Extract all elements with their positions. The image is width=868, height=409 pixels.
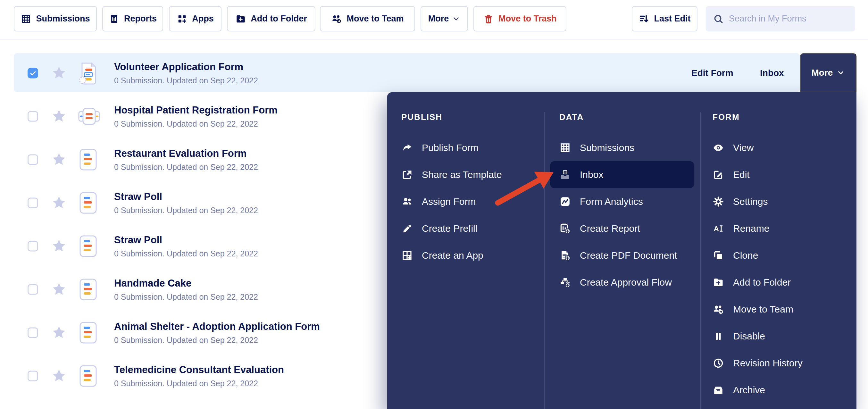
menu-item-create-pdf-document[interactable]: Create PDF Document xyxy=(559,242,677,269)
form-title[interactable]: Straw Poll xyxy=(114,191,258,202)
form-row-text: Animal Shelter - Adoption Application Fo… xyxy=(114,321,320,345)
menu-item-label: Create Approval Flow xyxy=(580,277,672,288)
add-to-folder-button[interactable]: Add to Folder xyxy=(227,6,315,31)
chevron-down-icon xyxy=(452,15,460,23)
row-checkbox[interactable] xyxy=(28,284,38,295)
form-document-esign-icon xyxy=(80,62,98,85)
last-edit-sort-button[interactable]: Last Edit xyxy=(632,6,698,31)
menu-item-archive[interactable]: Archive xyxy=(713,377,765,404)
menu-item-publish-form[interactable]: Publish Form xyxy=(401,134,478,161)
edit-form-link[interactable]: Edit Form xyxy=(691,68,733,78)
toolbar-more-button[interactable]: More xyxy=(421,6,468,31)
move-to-team-button-label: Move to Team xyxy=(346,14,404,24)
my-forms-page: { "toolbar": { "buttons": [ { "label": "… xyxy=(0,0,868,409)
table-grid-icon xyxy=(559,142,571,154)
archive-box-icon xyxy=(713,384,724,396)
reports-button[interactable]: Reports xyxy=(102,6,163,31)
row-checkbox[interactable] xyxy=(28,371,38,381)
menu-item-share-as-template[interactable]: Share as Template xyxy=(401,161,502,188)
menu-item-label: Revision History xyxy=(733,358,803,369)
apps-button[interactable]: Apps xyxy=(169,6,221,31)
submissions-button[interactable]: Submissions xyxy=(14,6,97,31)
menu-item-add-to-folder[interactable]: Add to Folder xyxy=(713,269,791,296)
favorite-star-icon[interactable] xyxy=(51,239,67,254)
form-meta: 0 Submission. Updated on Sep 22, 2022 xyxy=(114,206,258,215)
menu-item-view[interactable]: View xyxy=(713,134,753,161)
menu-item-move-to-team[interactable]: Move to Team xyxy=(713,296,793,323)
row-checkbox[interactable] xyxy=(28,111,38,122)
form-meta: 0 Submission. Updated on Sep 22, 2022 xyxy=(114,249,258,258)
menu-item-submissions[interactable]: Submissions xyxy=(559,134,634,161)
form-card-icon xyxy=(80,149,97,170)
move-to-team-button[interactable]: Move to Team xyxy=(320,6,415,31)
menu-item-create-an-app[interactable]: Create an App xyxy=(401,242,483,269)
form-title[interactable]: Animal Shelter - Adoption Application Fo… xyxy=(114,321,320,333)
form-row-text: Hospital Patient Registration Form 0 Sub… xyxy=(114,104,278,129)
menu-item-edit[interactable]: Edit xyxy=(713,161,750,188)
form-row-text: Straw Poll 0 Submission. Updated on Sep … xyxy=(114,234,258,258)
search-input[interactable] xyxy=(729,14,848,24)
favorite-star-icon[interactable] xyxy=(51,368,67,384)
form-meta: 0 Submission. Updated on Sep 22, 2022 xyxy=(114,76,258,85)
last-edit-sort-button-label: Last Edit xyxy=(654,14,690,24)
menu-section-form: FORM xyxy=(713,112,740,122)
apps-grid-icon xyxy=(177,13,187,24)
menu-item-label: Add to Folder xyxy=(733,277,791,288)
form-card-icon xyxy=(80,365,97,387)
form-row-text: Volunteer Application Form 0 Submission.… xyxy=(114,61,258,85)
pause-icon xyxy=(713,331,724,342)
form-card-icon xyxy=(80,192,97,214)
menu-item-create-prefill[interactable]: Create Prefill xyxy=(401,215,477,242)
menu-item-create-approval-flow[interactable]: Create Approval Flow xyxy=(559,269,672,296)
form-title[interactable]: Straw Poll xyxy=(114,234,258,246)
row-checkbox[interactable] xyxy=(28,198,38,208)
row-checkbox[interactable] xyxy=(28,241,38,252)
row-checkbox[interactable] xyxy=(28,155,38,165)
favorite-star-icon[interactable] xyxy=(51,195,67,211)
edit-square-icon xyxy=(713,169,724,181)
flow-plus-icon xyxy=(559,277,571,288)
menu-item-create-report[interactable]: Create Report xyxy=(559,215,640,242)
row-more-button-expanded[interactable]: More xyxy=(800,53,857,92)
move-to-trash-button-label: Move to Trash xyxy=(498,14,557,24)
form-meta: 0 Submission. Updated on Sep 22, 2022 xyxy=(114,162,258,172)
menu-item-label: Archive xyxy=(733,385,765,396)
pencil-icon xyxy=(401,223,413,234)
table-grid-icon xyxy=(21,13,31,24)
toolbar-divider xyxy=(0,39,868,39)
menu-item-rename[interactable]: Rename xyxy=(713,215,769,242)
publish-arrow-icon xyxy=(401,142,413,154)
favorite-star-icon[interactable] xyxy=(51,65,67,81)
favorite-star-icon[interactable] xyxy=(51,325,67,340)
row-checkbox[interactable] xyxy=(28,327,38,338)
assign-users-icon xyxy=(401,196,413,208)
form-title[interactable]: Handmade Cake xyxy=(114,278,258,289)
menu-item-inbox-highlighted[interactable]: Inbox xyxy=(559,161,603,188)
menu-item-revision-history[interactable]: Revision History xyxy=(713,350,803,377)
move-to-trash-button[interactable]: Move to Trash xyxy=(473,6,566,31)
menu-item-clone[interactable]: Clone xyxy=(713,242,758,269)
menu-item-form-analytics[interactable]: Form Analytics xyxy=(559,188,643,215)
form-card-icon xyxy=(80,235,97,257)
add-to-folder-button-label: Add to Folder xyxy=(251,14,307,24)
menu-column-divider xyxy=(544,112,545,409)
menu-item-assign-form[interactable]: Assign Form xyxy=(401,188,476,215)
favorite-star-icon[interactable] xyxy=(51,282,67,297)
row-checkbox-checked[interactable] xyxy=(28,68,38,78)
menu-item-label: Form Analytics xyxy=(580,196,643,207)
form-title[interactable]: Hospital Patient Registration Form xyxy=(114,104,278,116)
menu-item-label: Submissions xyxy=(580,142,634,153)
form-title[interactable]: Volunteer Application Form xyxy=(114,61,258,73)
form-title[interactable]: Telemedicine Consultant Evaluation xyxy=(114,364,284,376)
favorite-star-icon[interactable] xyxy=(51,152,67,167)
form-title[interactable]: Restaurant Evaluation Form xyxy=(114,148,258,159)
favorite-star-icon[interactable] xyxy=(51,109,67,124)
menu-item-disable[interactable]: Disable xyxy=(713,323,765,350)
menu-item-label: Create Report xyxy=(580,223,640,234)
menu-item-settings[interactable]: Settings xyxy=(713,188,768,215)
inbox-link[interactable]: Inbox xyxy=(760,68,784,78)
clock-icon xyxy=(713,357,724,369)
form-meta: 0 Submission. Updated on Sep 22, 2022 xyxy=(114,119,278,129)
menu-item-label: Move to Team xyxy=(733,304,793,315)
trash-icon xyxy=(483,13,494,24)
